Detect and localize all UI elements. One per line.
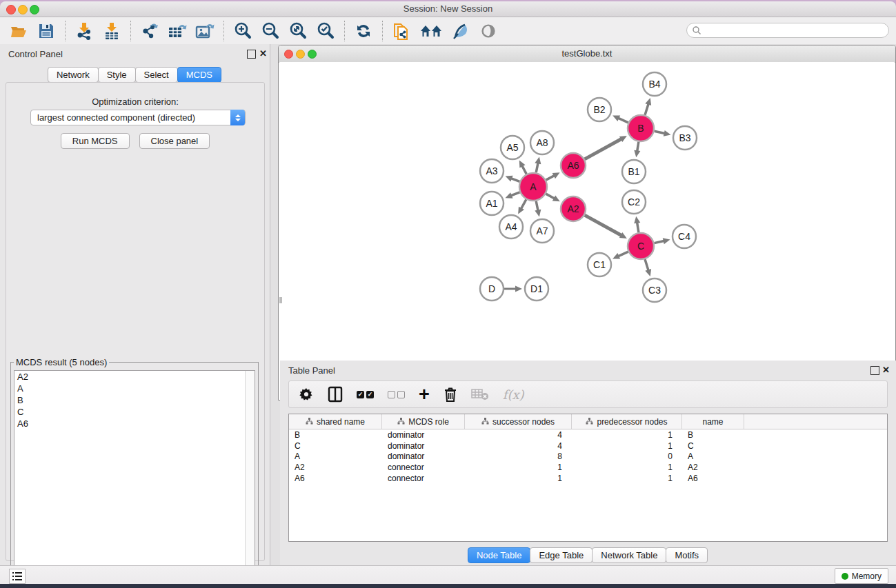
tab-mcds[interactable]: MCDS: [177, 67, 221, 83]
run-mcds-button[interactable]: Run MCDS: [61, 133, 130, 149]
open-session-icon[interactable]: [392, 21, 411, 41]
graph-edge-C-C2[interactable]: [637, 222, 638, 233]
graph-node-label: C2: [628, 196, 640, 207]
search-field-wrap: [686, 23, 889, 38]
graph-edge-B-B3[interactable]: [655, 131, 666, 134]
export-network-icon[interactable]: [140, 21, 159, 41]
graph-edge-A-A5[interactable]: [522, 165, 527, 174]
table-cell: 4: [465, 430, 572, 440]
zoom-selected-icon[interactable]: [316, 21, 335, 41]
tab-node-table[interactable]: Node Table: [468, 547, 531, 563]
mcds-result-item[interactable]: A6: [14, 418, 255, 429]
network-graph[interactable]: B4B2BB3A8A5A6A3B1AA1C2A2A4A7C4CC1DD1C3: [279, 62, 895, 399]
float-panel-icon[interactable]: [247, 50, 256, 59]
tab-style[interactable]: Style: [98, 67, 136, 83]
table-cell: 1: [572, 441, 682, 451]
column-header-predecessor-nodes[interactable]: predecessor nodes: [572, 414, 682, 429]
edge-arrowhead: [645, 98, 651, 105]
search-input[interactable]: [686, 23, 889, 38]
scrollbar[interactable]: [245, 371, 255, 584]
eye-icon[interactable]: [479, 21, 498, 41]
graph-edge-C-C3[interactable]: [645, 259, 648, 271]
graph-edge-A2-C[interactable]: [585, 215, 622, 236]
graph-edge-A-A1[interactable]: [510, 192, 520, 196]
import-network-icon[interactable]: [74, 21, 94, 41]
table-cell: 1: [465, 474, 572, 483]
search-icon: [692, 26, 701, 38]
close-panel-button[interactable]: Close panel: [139, 133, 210, 149]
optimization-criterion-select[interactable]: largest connected component (directed): [30, 110, 246, 125]
column-header-successor-nodes[interactable]: successor nodes: [465, 414, 572, 429]
close-panel-icon[interactable]: ✕: [882, 365, 890, 375]
export-table-icon[interactable]: [168, 21, 187, 41]
graph-edge-C-C4[interactable]: [655, 241, 665, 243]
edge-arrowhead: [634, 150, 640, 158]
table-tabs: Node TableEdge TableNetwork TableMotifs: [280, 547, 896, 563]
mcds-result-list[interactable]: A2ABCA6: [14, 370, 255, 584]
graph-edge-A-A3[interactable]: [510, 178, 519, 181]
network-window-titlebar[interactable]: testGlobe.txt: [279, 45, 895, 63]
graph-node-label: A5: [506, 142, 518, 153]
table-cell: 1: [465, 463, 572, 472]
control-panel-title: Control Panel: [8, 49, 63, 59]
zoom-out-icon[interactable]: [261, 21, 280, 41]
table-cell: dominator: [382, 452, 465, 461]
table-cell: A2: [289, 463, 382, 472]
import-table-icon[interactable]: [102, 21, 121, 41]
table-cell: dominator: [382, 441, 465, 451]
unselect-all-icon[interactable]: [388, 385, 405, 404]
save-session-icon[interactable]: [37, 21, 56, 41]
tab-edge-table[interactable]: Edge Table: [530, 547, 593, 563]
refresh-icon[interactable]: [354, 21, 373, 41]
graph-edge-A6-B[interactable]: [585, 139, 622, 159]
gear-icon[interactable]: [299, 385, 314, 404]
mcds-result-item[interactable]: A: [14, 383, 255, 394]
table-row[interactable]: Bdominator41B: [289, 429, 887, 440]
table-row[interactable]: A6connector11A6: [289, 473, 887, 484]
open-file-icon[interactable]: [9, 21, 28, 41]
delete-table-icon[interactable]: [471, 385, 489, 404]
table-row[interactable]: Adominator80A: [289, 451, 887, 462]
graph-edge-A-A2[interactable]: [546, 194, 555, 199]
table-panel: Table Panel ✕ ✓✓ +: [280, 361, 896, 565]
delete-column-icon[interactable]: [444, 385, 457, 404]
graph-edge-B-B4[interactable]: [645, 103, 648, 115]
column-header-shared-name[interactable]: shared name: [289, 414, 382, 429]
list-icon: [12, 572, 22, 580]
graph-edge-A-A4[interactable]: [521, 199, 526, 209]
graph-edge-B-B1[interactable]: [637, 142, 639, 152]
graph-edge-A-A7[interactable]: [536, 201, 538, 212]
tab-network-table[interactable]: Network Table: [592, 547, 666, 563]
zoom-fit-icon[interactable]: [288, 21, 308, 41]
column-header-name[interactable]: name: [682, 414, 744, 429]
network-canvas[interactable]: B4B2BB3A8A5A6A3B1AA1C2A2A4A7C4CC1DD1C3: [279, 62, 895, 399]
tab-motifs[interactable]: Motifs: [666, 547, 708, 563]
hide-flag-icon[interactable]: [451, 21, 470, 41]
mcds-result-item[interactable]: B: [14, 394, 255, 406]
graph-edge-A-A6[interactable]: [546, 175, 555, 180]
tab-select[interactable]: Select: [135, 67, 178, 83]
export-image-icon[interactable]: [195, 21, 215, 41]
add-column-icon[interactable]: +: [419, 385, 430, 404]
mcds-result-item[interactable]: A2: [14, 371, 255, 383]
function-builder-icon[interactable]: f(x): [503, 385, 524, 404]
table-cell: A2: [682, 463, 744, 472]
task-history-button[interactable]: [9, 569, 26, 584]
column-header-MCDS-role[interactable]: MCDS role: [382, 414, 465, 429]
canvas-mark: [279, 297, 282, 303]
table-row[interactable]: A2connector11A2: [289, 462, 887, 473]
graph-node-label: B1: [628, 166, 639, 177]
select-all-icon[interactable]: ✓✓: [357, 385, 374, 404]
graph-edge-B-B2[interactable]: [617, 118, 628, 123]
float-panel-icon[interactable]: [870, 366, 879, 375]
close-panel-icon[interactable]: ✕: [259, 48, 267, 59]
memory-button[interactable]: Memory: [835, 568, 888, 584]
columns-icon[interactable]: [328, 385, 343, 404]
tab-network[interactable]: Network: [48, 67, 99, 83]
graph-edge-A-A8[interactable]: [536, 162, 538, 172]
graph-edge-C-C1[interactable]: [617, 252, 628, 256]
zoom-in-icon[interactable]: [233, 21, 252, 41]
mcds-result-item[interactable]: C: [14, 406, 255, 418]
table-row[interactable]: Cdominator41C: [289, 440, 887, 452]
home-icon[interactable]: [419, 21, 443, 41]
